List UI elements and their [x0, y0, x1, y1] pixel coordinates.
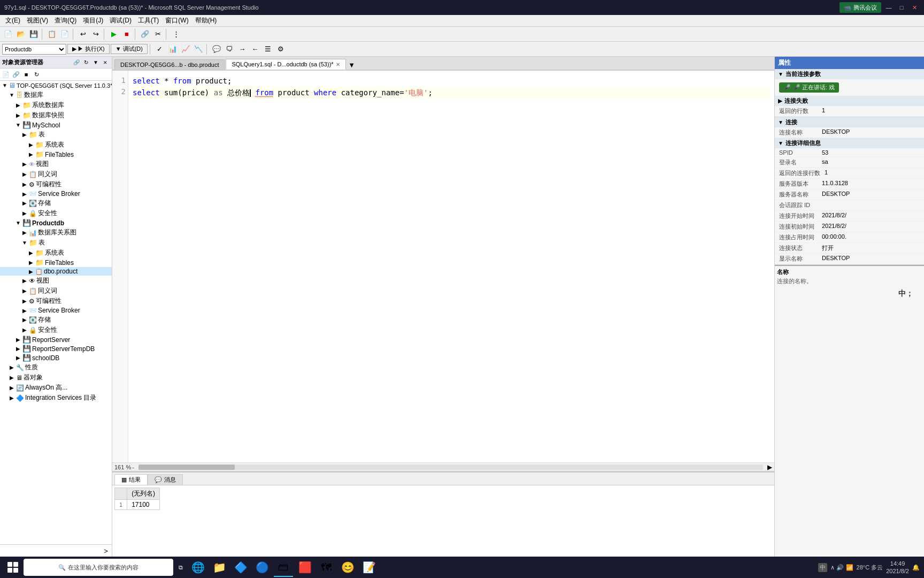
expand-systemdbs[interactable]: ▶: [15, 102, 21, 108]
minimize-button[interactable]: —: [883, 2, 894, 13]
expand-dbo-prod[interactable]: ▶: [28, 269, 34, 275]
taskbar-text[interactable]: 📝: [359, 558, 379, 577]
expand-rs[interactable]: ▶: [15, 337, 21, 343]
tree-schooldb[interactable]: ▶ 💾 schoolDB: [0, 353, 112, 362]
expand-sb1[interactable]: ▶: [21, 191, 28, 197]
expand-storage1[interactable]: ▶: [21, 200, 28, 206]
taskbar-emoji[interactable]: 😊: [338, 558, 357, 577]
tree-service-broker-2[interactable]: ▶ 📨 Service Broker: [0, 306, 112, 315]
outdent-btn[interactable]: ←: [249, 43, 261, 55]
tree-prog-p[interactable]: ▶ ⚙ 可编程性: [0, 296, 112, 306]
taskbar-app2[interactable]: 🔵: [252, 558, 272, 577]
menu-debug[interactable]: 调试(D): [106, 15, 135, 26]
expand-other2[interactable]: ▶: [9, 375, 15, 381]
tree-views-ms[interactable]: ▶ 👁 视图: [0, 159, 112, 169]
tree-service-broker-1[interactable]: ▶ 📨 Service Broker: [0, 189, 112, 198]
oe-connect2-btn[interactable]: 🔗: [11, 70, 21, 79]
expand-syn-p[interactable]: ▶: [21, 288, 28, 294]
tree-p-tables[interactable]: ▼ 📁 表: [0, 238, 112, 248]
menu-query[interactable]: 查询(Q): [51, 15, 80, 26]
tree-myschool-tables[interactable]: ▶ 📁 表: [0, 130, 112, 140]
client-stats-btn[interactable]: 📉: [192, 43, 204, 55]
expand-prog-p[interactable]: ▶: [21, 298, 28, 304]
tab-results[interactable]: ▦ 结果: [114, 474, 148, 485]
execute-button[interactable]: ▶ ▶ 执行(X): [67, 44, 110, 54]
tree-filetables-ms[interactable]: ▶ 📁 FileTables: [0, 150, 112, 159]
expand-snapshots[interactable]: ▶: [15, 112, 21, 118]
expand-is[interactable]: ▶: [9, 395, 15, 401]
tree-dbdiagram[interactable]: ▶ 📊 数据库关系图: [0, 227, 112, 238]
tree-other-2[interactable]: ▶ 🖥 器对象: [0, 372, 112, 383]
maximize-button[interactable]: □: [896, 2, 907, 13]
expand-sb2[interactable]: ▶: [21, 308, 28, 314]
expand-syn-ms[interactable]: ▶: [21, 171, 28, 177]
expand-views-ms[interactable]: ▶: [21, 161, 28, 167]
rp-section-params-title[interactable]: ▼ 当前连接参数: [775, 69, 924, 79]
tree-synonyms-ms[interactable]: ▶ 📋 同义词: [0, 169, 112, 179]
tree-synonyms-p[interactable]: ▶ 📋 同义词: [0, 286, 112, 296]
search-bar[interactable]: 🔍 在这里输入你要搜索的内容: [24, 559, 173, 576]
copy-btn[interactable]: 📋: [46, 28, 58, 40]
actual-plan-btn[interactable]: 📈: [180, 43, 191, 55]
expand-sec-p[interactable]: ▶: [21, 327, 28, 333]
tree-reportserver[interactable]: ▶ 💾 ReportServer: [0, 335, 112, 344]
expand-databases[interactable]: ▼: [9, 92, 15, 98]
taskbar-edge[interactable]: 🔷: [231, 558, 250, 577]
tree-reportserver-temp[interactable]: ▶ 💾 ReportServerTempDB: [0, 344, 112, 353]
expand-dbdiag[interactable]: ▶: [21, 230, 28, 235]
uncomment-btn[interactable]: 🗨: [224, 43, 235, 55]
disconnect-btn[interactable]: ✂: [152, 28, 164, 40]
taskbar-explorer[interactable]: 📁: [210, 558, 229, 577]
tree-security-1[interactable]: ▶ 🔒 安全性: [0, 208, 112, 218]
expand-storage-p[interactable]: ▶: [21, 317, 28, 323]
tree-storage-1[interactable]: ▶ 💽 存储: [0, 198, 112, 208]
tab-dropdown-btn[interactable]: ▼: [347, 60, 357, 70]
expand-productdb[interactable]: ▼: [15, 220, 21, 226]
oe-refresh-btn[interactable]: ↻: [82, 58, 90, 67]
expand-ft-ms[interactable]: ▶: [28, 151, 34, 157]
expand-server[interactable]: ▼: [2, 82, 7, 88]
undo-btn[interactable]: ↩: [77, 28, 89, 40]
tree-storage-p[interactable]: ▶ 💽 存储: [0, 315, 112, 325]
taskbar-ppt[interactable]: 🟥: [295, 558, 314, 577]
tree-systables-p[interactable]: ▶ 📁 系统表: [0, 248, 112, 258]
debug-button[interactable]: ▼ 调试(D): [111, 44, 148, 54]
tree-security-p[interactable]: ▶ 🔒 安全性: [0, 325, 112, 335]
more-tb1[interactable]: ⋮: [170, 28, 182, 40]
database-selector[interactable]: Productdb: [2, 44, 66, 55]
tree-server[interactable]: ▼ 🖥 TOP-QE5GG6T (SQL Server 11.0.3*: [0, 81, 112, 90]
tab-messages[interactable]: 💬 消息: [148, 474, 183, 485]
scroll-right-btn[interactable]: ▶: [765, 463, 774, 471]
expand-ms-tables[interactable]: ▶: [21, 132, 28, 138]
indent-btn[interactable]: →: [236, 43, 248, 55]
close-button[interactable]: ✕: [909, 2, 920, 13]
expand-ao[interactable]: ▶: [9, 385, 15, 391]
tab-close-btn[interactable]: ✕: [336, 62, 340, 67]
oe-filter-btn[interactable]: ▼: [91, 58, 100, 67]
expand-school[interactable]: ▶: [15, 355, 21, 361]
oe-new-btn[interactable]: 📄: [1, 70, 11, 79]
oe-close-btn[interactable]: ✕: [101, 58, 110, 67]
expand-prog-ms[interactable]: ▶: [21, 181, 28, 187]
estimated-plan-btn[interactable]: 📊: [167, 43, 179, 55]
new-query-btn[interactable]: 📄: [2, 28, 14, 40]
tree-integration[interactable]: ▶ 🔷 Integration Services 目录: [0, 393, 112, 403]
tab-product[interactable]: DESKTOP-QE5GG6...b - dbo.product: [114, 59, 225, 70]
taskbar-clock[interactable]: 14:49 2021/8/2: [886, 560, 909, 575]
menu-help[interactable]: 帮助(H): [192, 15, 220, 26]
tree-filetables-p[interactable]: ▶ 📁 FileTables: [0, 258, 112, 267]
connect-btn[interactable]: 🔗: [139, 28, 151, 40]
tree-alwayson[interactable]: ▶ 🔄 AlwaysOn 高...: [0, 383, 112, 393]
menu-project[interactable]: 项目(J): [80, 15, 106, 26]
paste-btn[interactable]: 📄: [59, 28, 71, 40]
menu-file[interactable]: 文(E): [2, 15, 24, 26]
tree-productdb[interactable]: ▼ 💾 Productdb: [0, 218, 112, 227]
expand-myschool[interactable]: ▼: [15, 122, 21, 128]
specify-values-btn[interactable]: ⚙: [275, 43, 287, 55]
zoom-decrease-btn[interactable]: -: [132, 464, 134, 470]
taskbar-maps[interactable]: 🗺: [317, 558, 336, 577]
tree-other-1[interactable]: ▶ 🔧 性质: [0, 362, 112, 372]
notification-icon[interactable]: 🔔: [912, 564, 920, 571]
menu-tools[interactable]: 工具(T): [135, 15, 162, 26]
tree-prog-ms[interactable]: ▶ ⚙ 可编程性: [0, 179, 112, 189]
